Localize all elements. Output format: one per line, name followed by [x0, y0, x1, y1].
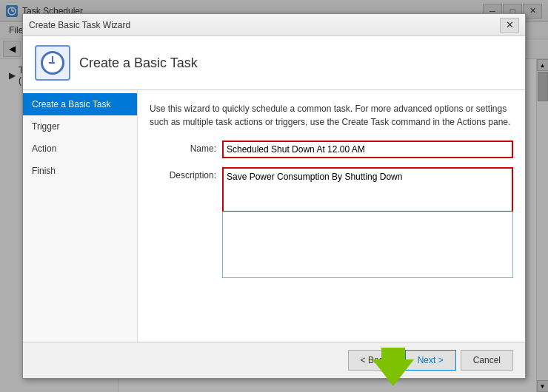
- dialog-body: Create a Basic Task Trigger Action Finis…: [23, 90, 525, 342]
- nav-item-finish-label: Finish: [32, 166, 56, 176]
- dialog-close-button[interactable]: ✕: [500, 18, 519, 33]
- nav-item-finish[interactable]: Finish: [23, 160, 137, 182]
- description-textarea-wrapper: Save Power Consumption By Shutting Down: [222, 167, 513, 278]
- dialog-nav: Create a Basic Task Trigger Action Finis…: [23, 90, 138, 342]
- nav-item-action-label: Action: [32, 143, 56, 154]
- description-row: Description: Save Power Consumption By S…: [150, 167, 513, 278]
- intro-text: Use this wizard to quickly schedule a co…: [150, 102, 513, 129]
- down-arrow-container: [372, 359, 414, 386]
- dialog-content: Use this wizard to quickly schedule a co…: [138, 90, 525, 342]
- dialog-header-title: Create a Basic Task: [79, 55, 198, 71]
- name-row: Name:: [150, 141, 513, 158]
- dialog-header: Create a Basic Task: [23, 36, 525, 90]
- name-label: Name:: [150, 141, 216, 154]
- description-textarea-bottom[interactable]: [222, 212, 513, 278]
- clock-icon: [41, 51, 64, 75]
- dialog-title-text: Create Basic Task Wizard: [29, 20, 500, 30]
- nav-item-trigger-label: Trigger: [32, 121, 60, 132]
- nav-item-create-basic-task[interactable]: Create a Basic Task: [23, 93, 137, 115]
- nav-item-trigger[interactable]: Trigger: [23, 115, 137, 138]
- description-textarea-top[interactable]: Save Power Consumption By Shutting Down: [222, 167, 513, 212]
- description-label: Description:: [150, 167, 216, 180]
- nav-item-action[interactable]: Action: [23, 138, 137, 160]
- name-input[interactable]: [222, 141, 513, 158]
- modal-overlay: Create Basic Task Wizard ✕ Create a Basi…: [0, 0, 548, 392]
- cancel-button[interactable]: Cancel: [461, 350, 513, 371]
- nav-item-create-basic-task-label: Create a Basic Task: [32, 99, 111, 109]
- down-arrow-icon: [372, 359, 414, 386]
- dialog-title-bar: Create Basic Task Wizard ✕: [23, 14, 525, 36]
- dialog-header-icon: [35, 45, 70, 81]
- dialog: Create Basic Task Wizard ✕ Create a Basi…: [22, 13, 526, 379]
- dialog-footer: < Back Next > Cancel: [23, 342, 525, 378]
